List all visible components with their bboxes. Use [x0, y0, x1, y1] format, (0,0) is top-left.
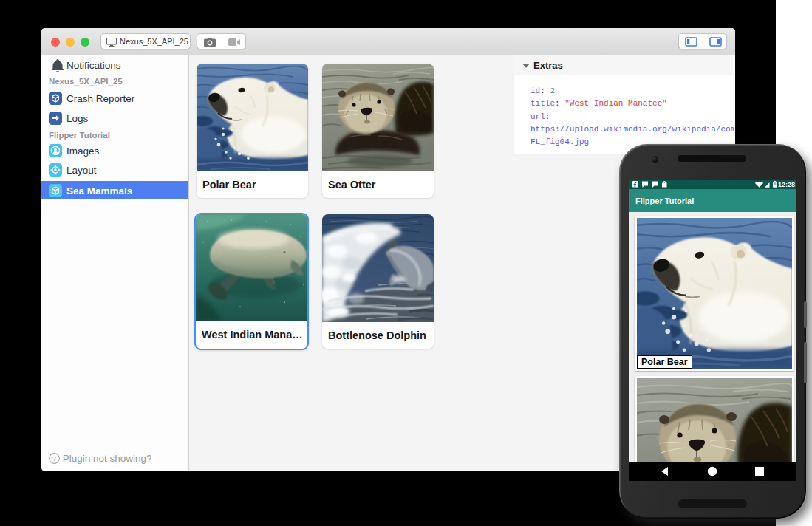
svg-text:?: ?: [52, 454, 56, 462]
svg-text:12:28: 12:28: [778, 181, 795, 188]
